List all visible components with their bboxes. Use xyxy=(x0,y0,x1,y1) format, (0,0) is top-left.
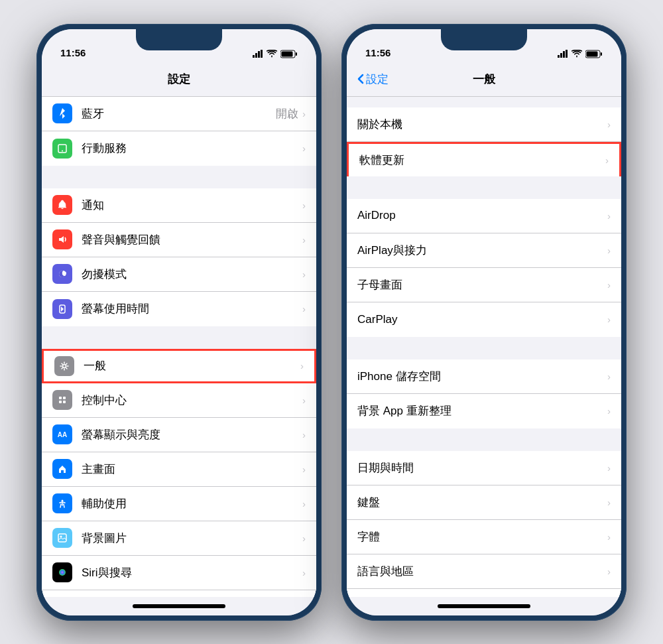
wallpaper-icon xyxy=(52,528,72,548)
airplay-label: AirPlay與接力 xyxy=(357,243,607,258)
language-chevron: › xyxy=(607,566,611,577)
settings-row-dnd[interactable]: 勿擾模式 › xyxy=(42,257,316,292)
settings-row-sound[interactable]: 聲音與觸覺回饋 › xyxy=(42,223,316,257)
svg-rect-23 xyxy=(560,53,562,58)
mobile-label: 行動服務 xyxy=(82,141,302,156)
about-chevron: › xyxy=(607,119,611,130)
siri-label: Siri與搜尋 xyxy=(82,565,302,580)
about-label: 關於本機 xyxy=(357,117,607,132)
general-chevron: › xyxy=(300,360,304,371)
siri-glyph xyxy=(58,568,67,577)
datetime-chevron: › xyxy=(607,462,611,474)
home-icon xyxy=(52,459,72,479)
left-status-icons xyxy=(253,50,298,58)
notch xyxy=(136,29,222,50)
right-row-carplay[interactable]: CarPlay › xyxy=(347,302,621,337)
settings-row-control[interactable]: 控制中心 › xyxy=(42,383,316,418)
right-row-bgapp[interactable]: 背景 App 重新整理 › xyxy=(347,394,621,428)
svg-point-10 xyxy=(63,364,66,367)
control-glyph xyxy=(58,395,67,405)
bluetooth-chevron: › xyxy=(302,108,306,119)
right-group-3: iPhone 儲存空間 › 背景 App 重新整理 › xyxy=(347,359,621,428)
settings-row-wallpaper[interactable]: 背景圖片 › xyxy=(42,521,316,556)
pip-chevron: › xyxy=(607,279,611,290)
right-row-airplay[interactable]: AirPlay與接力 › xyxy=(347,233,621,268)
screentime-chevron: › xyxy=(302,303,306,314)
pip-label: 子母畫面 xyxy=(357,277,607,292)
right-row-software[interactable]: 軟體更新 › xyxy=(347,142,621,176)
right-status-bar: 11:56 xyxy=(347,29,621,62)
siri-chevron: › xyxy=(302,567,306,578)
right-row-fonts[interactable]: 字體 › xyxy=(347,520,621,554)
settings-row-faceid[interactable]: Face ID與密碼 › xyxy=(42,590,316,597)
sound-glyph xyxy=(58,235,67,244)
carplay-chevron: › xyxy=(607,314,611,325)
right-gap-2 xyxy=(347,176,621,199)
svg-rect-12 xyxy=(63,397,66,399)
moon-glyph xyxy=(58,269,67,279)
gear-glyph xyxy=(60,361,69,371)
home-glyph xyxy=(58,464,67,474)
right-row-about[interactable]: 關於本機 › xyxy=(347,107,621,142)
fonts-chevron: › xyxy=(607,531,611,543)
settings-row-accessibility[interactable]: 輔助使用 › xyxy=(42,487,316,521)
hourglass-glyph xyxy=(58,304,67,314)
right-group-2: AirDrop › AirPlay與接力 › 子母畫面 › CarPlay › xyxy=(347,199,621,337)
svg-rect-25 xyxy=(566,50,568,58)
keyboard-label: 鍵盤 xyxy=(357,495,607,510)
left-settings-content: 藍牙 開啟 › 行動服務 › xyxy=(42,97,316,597)
right-row-airdrop[interactable]: AirDrop › xyxy=(347,199,621,233)
settings-row-mobile[interactable]: 行動服務 › xyxy=(42,131,316,166)
language-label: 語言與地區 xyxy=(357,564,607,579)
right-nav-title: 一般 xyxy=(473,72,495,87)
settings-row-siri[interactable]: Siri與搜尋 › xyxy=(42,556,316,590)
wifi-icon xyxy=(267,50,277,58)
settings-row-display[interactable]: AA 螢幕顯示與亮度 › xyxy=(42,418,316,452)
accessibility-chevron: › xyxy=(302,498,306,509)
right-row-dictionary[interactable]: 辭典 › xyxy=(347,589,621,597)
svg-marker-8 xyxy=(59,236,64,243)
svg-point-7 xyxy=(62,150,63,151)
software-label: 軟體更新 xyxy=(359,153,605,168)
svg-rect-6 xyxy=(282,51,293,56)
right-nav-header: 設定 一般 xyxy=(347,62,621,97)
notification-label: 通知 xyxy=(82,198,302,213)
carplay-label: CarPlay xyxy=(357,313,607,326)
wallpaper-chevron: › xyxy=(302,533,306,544)
back-chevron-icon xyxy=(357,74,364,84)
right-back-label: 設定 xyxy=(366,72,389,87)
svg-rect-1 xyxy=(255,53,257,58)
settings-row-general[interactable]: 一般 › xyxy=(42,349,316,383)
right-gap-3 xyxy=(347,337,621,359)
left-nav-header: 設定 xyxy=(42,62,316,97)
right-nav-back[interactable]: 設定 xyxy=(357,72,389,87)
right-row-language[interactable]: 語言與地區 › xyxy=(347,554,621,589)
svg-rect-13 xyxy=(59,401,62,403)
bluetooth-label: 藍牙 xyxy=(82,106,276,121)
mobile-icon xyxy=(52,139,72,159)
svg-rect-22 xyxy=(558,55,560,58)
settings-row-screentime[interactable]: 螢幕使用時間 › xyxy=(42,292,316,326)
bell-glyph xyxy=(58,200,67,210)
left-home-indicator xyxy=(133,604,225,608)
sound-chevron: › xyxy=(302,234,306,245)
airdrop-chevron: › xyxy=(607,210,611,222)
notification-icon xyxy=(52,195,72,215)
bgapp-label: 背景 App 重新整理 xyxy=(357,403,607,419)
settings-row-bluetooth[interactable]: 藍牙 開啟 › xyxy=(42,97,316,131)
dnd-icon xyxy=(52,264,72,284)
general-label: 一般 xyxy=(84,358,300,373)
right-row-pip[interactable]: 子母畫面 › xyxy=(347,268,621,302)
left-bottom-area xyxy=(42,597,316,615)
settings-row-home[interactable]: 主畫面 › xyxy=(42,452,316,487)
signal-icon xyxy=(253,50,263,58)
mobile-chevron: › xyxy=(302,143,306,154)
settings-row-notification[interactable]: 通知 › xyxy=(42,188,316,223)
siri-icon xyxy=(52,562,72,582)
screentime-label: 螢幕使用時間 xyxy=(82,301,302,316)
svg-rect-0 xyxy=(253,55,255,58)
mobile-glyph xyxy=(57,143,68,154)
right-row-datetime[interactable]: 日期與時間 › xyxy=(347,451,621,485)
right-row-keyboard[interactable]: 鍵盤 › xyxy=(347,485,621,520)
right-row-storage[interactable]: iPhone 儲存空間 › xyxy=(347,359,621,394)
